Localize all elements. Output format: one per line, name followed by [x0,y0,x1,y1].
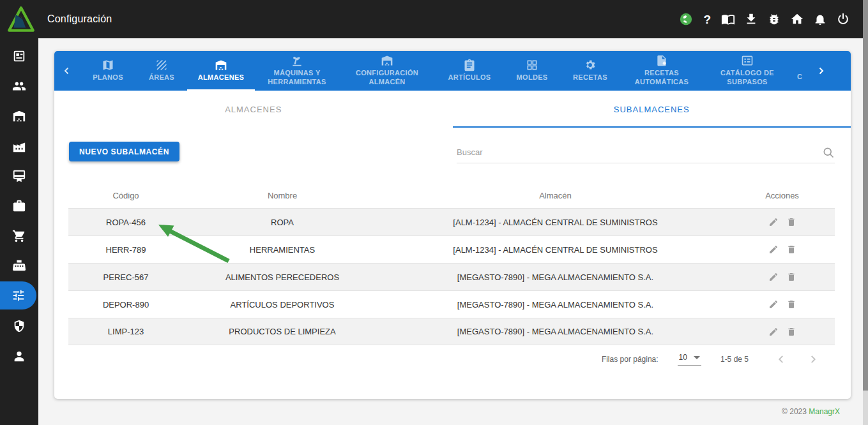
tab-recetas-automaticas[interactable]: RECETAS AUTOMÁTICAS [620,51,703,91]
copyright-text: © 2023 [782,407,807,416]
tab-almacenes[interactable]: ALMACENES [187,51,255,91]
table-row[interactable]: PEREC-567 ALIMENTOS PERECEDEROS [MEGASTO… [68,263,835,290]
delete-icon[interactable] [786,217,796,227]
sidebar-item-settings[interactable] [0,281,36,309]
search-field [457,142,835,163]
header-acciones: Acciones [729,191,835,200]
power-icon[interactable] [836,12,850,26]
article-icon [12,49,26,63]
footer: © 2023 ManagrX [782,407,840,416]
texture-icon [155,59,168,71]
rows-per-page-select[interactable]: 10 [678,353,701,366]
next-page-button[interactable] [806,352,820,366]
delete-icon[interactable] [786,244,796,255]
top-bar: Configuración ? [0,0,868,38]
factory-icon [12,139,26,153]
tab-partial[interactable]: C [791,51,808,91]
table-row[interactable]: HERR-789 HERRAMIENTAS [ALM-1234] - ALMAC… [68,235,835,263]
search-icon[interactable] [822,146,835,159]
tabs-scroll-right-button[interactable] [808,51,834,91]
chevron-right-icon [815,65,826,77]
scrollbar[interactable] [863,0,868,425]
person-icon [12,349,26,363]
cart-icon [12,229,26,243]
sidebar-item-factory[interactable] [0,131,38,161]
table-row[interactable]: DEPOR-890 ARTÍCULOS DEPORTIVOS [MEGASTO-… [68,290,835,318]
list-card-icon [741,54,754,67]
book-icon[interactable] [721,12,735,26]
tab-recetas[interactable]: RECETAS [560,51,620,91]
tab-moldes[interactable]: MOLDES [504,51,560,91]
caret-down-icon [694,356,700,359]
cell-codigo: HERR-789 [68,245,183,255]
sidebar-item-briefcase[interactable] [0,191,38,221]
tab-planos[interactable]: PLANOS [80,51,136,91]
sidebar [0,38,38,425]
tab-catalogo-subpasos[interactable]: CATÁLOGO DE SUBPASOS [703,51,791,91]
warehouse-icon [381,54,393,67]
edit-icon[interactable] [768,299,779,309]
cell-nombre: ALIMENTOS PERECEDEROS [183,272,381,282]
home-icon[interactable] [790,12,804,26]
cell-nombre: HERRAMIENTAS [183,245,381,255]
sidebar-item-security[interactable] [0,311,38,341]
delete-icon[interactable] [786,272,796,282]
sidebar-item-cash-register[interactable] [0,251,38,281]
shield-icon [12,319,26,333]
bug-icon[interactable] [767,12,781,26]
clipboard-icon [463,59,476,71]
edit-icon[interactable] [768,272,779,282]
cell-almacen: [MEGASTO-7890] - MEGA ALMACENAMIENTO S.A… [381,300,729,309]
certificate-icon [12,169,26,183]
edit-icon[interactable] [768,217,779,227]
robot-arm-icon [291,54,303,67]
warehouse-icon [12,109,26,123]
sidebar-item-article[interactable] [0,41,38,71]
cell-codigo: LIMP-123 [68,327,183,336]
subtab-almacenes[interactable]: ALMACENES [54,91,453,128]
delete-icon[interactable] [786,327,796,337]
tab-areas[interactable]: ÁREAS [136,51,187,91]
download-icon[interactable] [744,12,758,26]
grid-icon [526,59,538,71]
cell-nombre: PRODUCTOS DE LIMPIEZA [183,327,381,336]
app-logo[interactable] [6,4,36,34]
sidebar-item-users[interactable] [0,71,38,101]
brand-link[interactable]: ManagrX [809,407,840,416]
sidebar-item-certificate[interactable] [0,161,38,191]
notifications-icon[interactable] [813,12,827,26]
prev-page-button[interactable] [774,352,788,366]
table-row[interactable]: LIMP-123 PRODUCTOS DE LIMPIEZA [MEGASTO-… [68,318,835,345]
page-title: Configuración [47,13,112,25]
help-icon[interactable]: ? [702,13,712,26]
search-input[interactable] [457,147,822,157]
rows-per-page-label: Filas por página: [602,355,659,364]
sidebar-item-cart[interactable] [0,221,38,251]
briefcase-icon [12,199,26,213]
delete-icon[interactable] [786,299,796,309]
sidebar-item-warehouse[interactable] [0,101,38,131]
main-card: PLANOS ÁREAS ALMACENES MÁQUINAS Y HERRAM… [54,51,851,399]
subtab-subalmacenes[interactable]: SUBALMACENES [453,91,851,128]
cell-codigo: DEPOR-890 [68,300,183,309]
edit-icon[interactable] [768,244,779,255]
cell-almacen: [ALM-1234] - ALMACÉN CENTRAL DE SUMINIST… [381,218,729,227]
tab-articulos[interactable]: ARTÍCULOS [435,51,504,91]
chevron-left-icon [61,65,73,77]
cell-almacen: [MEGASTO-7890] - MEGA ALMACENAMIENTO S.A… [381,272,729,282]
tab-configuracion-almacen[interactable]: CONFIGURACIÓN ALMACÉN [339,51,435,91]
table-row[interactable]: ROPA-456 ROPA [ALM-1234] - ALMACÉN CENTR… [68,208,835,235]
sidebar-item-profile[interactable] [0,341,38,371]
subtab-bar: ALMACENES SUBALMACENES [54,91,851,128]
new-subwarehouse-button[interactable]: NUEVO SUBALMACÉN [69,142,179,161]
cash-register-icon [12,259,26,273]
module-tab-bar: PLANOS ÁREAS ALMACENES MÁQUINAS Y HERRAM… [54,51,851,91]
tabs-scroll-left-button[interactable] [54,51,80,91]
cell-nombre: ARTÍCULOS DEPORTIVOS [183,300,381,309]
globe-icon[interactable] [679,12,693,26]
edit-icon[interactable] [768,327,779,337]
tab-maquinas-herramientas[interactable]: MÁQUINAS Y HERRAMIENTAS [255,51,339,91]
scrollbar-thumb[interactable] [863,0,868,391]
rows-per-page-value: 10 [679,353,687,362]
table-header-row: Código Nombre Almacén Acciones [68,183,835,208]
